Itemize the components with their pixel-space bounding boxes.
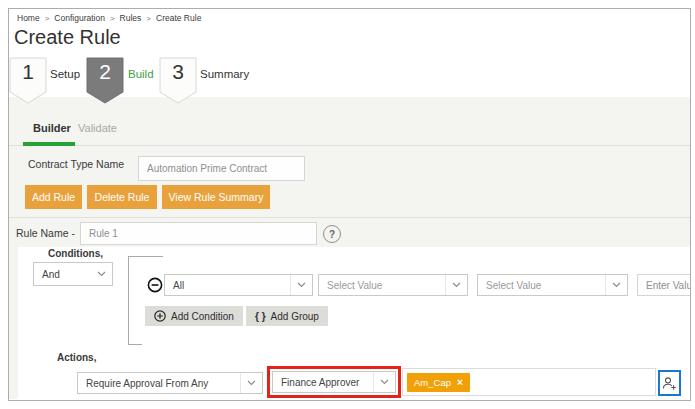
step-1-badge[interactable]: 1 bbox=[9, 57, 47, 105]
add-rule-label: Add Rule bbox=[32, 191, 75, 203]
condition-value-dropdown[interactable]: Select Value bbox=[477, 274, 628, 296]
group-bracket-bottom bbox=[128, 344, 142, 345]
conditions-heading: Conditions, bbox=[48, 248, 103, 259]
person-plus-icon bbox=[662, 376, 677, 391]
step-2-badge[interactable]: 2 bbox=[86, 57, 124, 105]
chevron-down-icon bbox=[445, 275, 467, 295]
breadcrumb-create-rule: Create Rule bbox=[156, 13, 201, 23]
breadcrumb-separator: > bbox=[45, 14, 50, 23]
group-bracket-line bbox=[128, 256, 129, 345]
breadcrumb-home[interactable]: Home bbox=[17, 13, 40, 23]
approver-tokens-field[interactable]: Am_Cap × bbox=[402, 368, 656, 396]
delete-rule-label: Delete Rule bbox=[95, 191, 150, 203]
rule-name-label: Rule Name - bbox=[16, 227, 75, 239]
step-1-number: 1 bbox=[9, 60, 47, 84]
view-rule-summary-label: View Rule Summary bbox=[169, 191, 264, 203]
add-group-label: Add Group bbox=[271, 311, 319, 322]
condition-join-value: And bbox=[34, 269, 91, 280]
tab-divider bbox=[9, 145, 690, 146]
approval-type-value: Require Approval From Any bbox=[78, 378, 240, 389]
group-bracket-top bbox=[128, 256, 163, 257]
approver-value: Finance Approver bbox=[273, 377, 373, 388]
chevron-down-icon bbox=[373, 372, 395, 392]
breadcrumb-configuration[interactable]: Configuration bbox=[54, 13, 105, 23]
rule-name-input[interactable]: Rule 1 bbox=[80, 222, 317, 245]
tab-validate[interactable]: Validate bbox=[78, 122, 117, 134]
create-rule-page: Home > Configuration > Rules > Create Ru… bbox=[0, 0, 695, 409]
condition-field-value: All bbox=[165, 280, 290, 291]
step-2-label: Build bbox=[128, 68, 154, 80]
condition-operator-placeholder: Select Value bbox=[319, 280, 445, 291]
add-user-button[interactable] bbox=[658, 370, 681, 396]
condition-field-dropdown[interactable]: All bbox=[164, 274, 313, 296]
add-group-button[interactable]: { } Add Group bbox=[246, 306, 328, 326]
help-icon[interactable]: ? bbox=[323, 225, 341, 243]
step-3-number: 3 bbox=[159, 60, 197, 84]
help-icon-glyph: ? bbox=[329, 229, 335, 240]
step-3-badge[interactable]: 3 bbox=[159, 57, 197, 105]
delete-rule-button[interactable]: Delete Rule bbox=[87, 185, 157, 209]
chevron-down-icon bbox=[290, 275, 312, 295]
add-rule-button[interactable]: Add Rule bbox=[25, 185, 82, 209]
condition-value-placeholder: Select Value bbox=[478, 280, 605, 291]
braces-icon: { } bbox=[255, 311, 266, 322]
approver-dropdown[interactable]: Finance Approver bbox=[272, 371, 396, 393]
remove-condition-icon[interactable] bbox=[147, 277, 163, 293]
step-1-label: Setup bbox=[50, 68, 80, 80]
contract-type-label: Contract Type Name bbox=[28, 158, 124, 170]
step-2-number: 2 bbox=[86, 60, 124, 84]
condition-value-input-placeholder: Enter Value bbox=[646, 280, 690, 291]
rule-builder-card: Conditions, And All Select Value bbox=[18, 247, 690, 399]
add-condition-label: Add Condition bbox=[171, 311, 234, 322]
breadcrumb-separator: > bbox=[146, 14, 151, 23]
plus-circle-icon bbox=[154, 310, 166, 322]
chevron-down-icon bbox=[240, 373, 262, 393]
highlight-red-box: Finance Approver bbox=[267, 366, 401, 398]
contract-type-value: Automation Prime Contract bbox=[147, 163, 267, 174]
rule-name-value: Rule 1 bbox=[89, 228, 118, 239]
breadcrumb-separator: > bbox=[110, 14, 115, 23]
breadcrumb: Home > Configuration > Rules > Create Ru… bbox=[17, 13, 201, 23]
step-3-label: Summary bbox=[200, 68, 249, 80]
condition-join-dropdown[interactable]: And bbox=[33, 262, 113, 286]
chevron-down-icon bbox=[605, 275, 627, 295]
approver-tag-label: Am_Cap bbox=[414, 377, 451, 388]
contract-type-input[interactable]: Automation Prime Contract bbox=[138, 156, 305, 181]
rule-divider bbox=[9, 217, 690, 218]
remove-tag-icon[interactable]: × bbox=[457, 377, 463, 388]
condition-operator-dropdown[interactable]: Select Value bbox=[318, 274, 468, 296]
condition-value-input[interactable]: Enter Value bbox=[637, 274, 690, 296]
approval-type-dropdown[interactable]: Require Approval From Any bbox=[77, 372, 263, 394]
approver-tag: Am_Cap × bbox=[407, 373, 470, 392]
page-title: Create Rule bbox=[14, 26, 121, 49]
breadcrumb-rules[interactable]: Rules bbox=[120, 13, 142, 23]
chevron-down-icon bbox=[91, 263, 112, 285]
active-tab-underline bbox=[23, 142, 75, 146]
view-rule-summary-button[interactable]: View Rule Summary bbox=[162, 185, 270, 209]
actions-heading: Actions, bbox=[57, 352, 96, 363]
add-condition-button[interactable]: Add Condition bbox=[145, 306, 243, 326]
tab-builder[interactable]: Builder bbox=[33, 122, 71, 134]
